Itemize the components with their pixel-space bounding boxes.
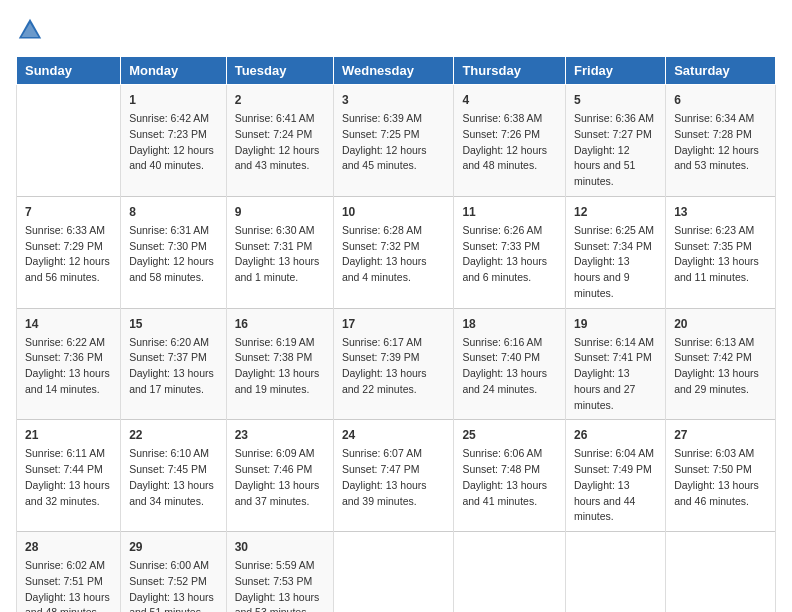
day-info: Sunrise: 6:09 AMSunset: 7:46 PMDaylight:… — [235, 446, 325, 509]
day-info: Sunrise: 6:20 AMSunset: 7:37 PMDaylight:… — [129, 335, 218, 398]
calendar-cell — [454, 532, 566, 613]
calendar-cell: 17Sunrise: 6:17 AMSunset: 7:39 PMDayligh… — [333, 308, 453, 420]
calendar-cell — [566, 532, 666, 613]
week-row-2: 7Sunrise: 6:33 AMSunset: 7:29 PMDaylight… — [17, 196, 776, 308]
day-info: Sunrise: 6:26 AMSunset: 7:33 PMDaylight:… — [462, 223, 557, 286]
calendar-cell — [17, 85, 121, 197]
day-header-tuesday: Tuesday — [226, 57, 333, 85]
day-number: 12 — [574, 203, 657, 221]
calendar-cell: 30Sunrise: 5:59 AMSunset: 7:53 PMDayligh… — [226, 532, 333, 613]
calendar-cell: 18Sunrise: 6:16 AMSunset: 7:40 PMDayligh… — [454, 308, 566, 420]
week-row-3: 14Sunrise: 6:22 AMSunset: 7:36 PMDayligh… — [17, 308, 776, 420]
calendar-cell: 5Sunrise: 6:36 AMSunset: 7:27 PMDaylight… — [566, 85, 666, 197]
day-number: 9 — [235, 203, 325, 221]
day-number: 13 — [674, 203, 767, 221]
calendar-cell: 15Sunrise: 6:20 AMSunset: 7:37 PMDayligh… — [121, 308, 227, 420]
day-info: Sunrise: 6:14 AMSunset: 7:41 PMDaylight:… — [574, 335, 657, 414]
day-number: 23 — [235, 426, 325, 444]
day-number: 28 — [25, 538, 112, 556]
day-info: Sunrise: 5:59 AMSunset: 7:53 PMDaylight:… — [235, 558, 325, 612]
day-number: 24 — [342, 426, 445, 444]
day-info: Sunrise: 6:10 AMSunset: 7:45 PMDaylight:… — [129, 446, 218, 509]
day-number: 30 — [235, 538, 325, 556]
calendar-cell: 27Sunrise: 6:03 AMSunset: 7:50 PMDayligh… — [666, 420, 776, 532]
week-row-5: 28Sunrise: 6:02 AMSunset: 7:51 PMDayligh… — [17, 532, 776, 613]
day-number: 11 — [462, 203, 557, 221]
day-number: 27 — [674, 426, 767, 444]
calendar-cell: 2Sunrise: 6:41 AMSunset: 7:24 PMDaylight… — [226, 85, 333, 197]
day-number: 7 — [25, 203, 112, 221]
day-number: 1 — [129, 91, 218, 109]
calendar-cell: 21Sunrise: 6:11 AMSunset: 7:44 PMDayligh… — [17, 420, 121, 532]
day-number: 10 — [342, 203, 445, 221]
day-header-wednesday: Wednesday — [333, 57, 453, 85]
logo — [16, 16, 48, 44]
day-number: 25 — [462, 426, 557, 444]
logo-icon — [16, 16, 44, 44]
day-header-sunday: Sunday — [17, 57, 121, 85]
day-number: 21 — [25, 426, 112, 444]
day-number: 16 — [235, 315, 325, 333]
calendar-cell: 3Sunrise: 6:39 AMSunset: 7:25 PMDaylight… — [333, 85, 453, 197]
calendar-cell: 12Sunrise: 6:25 AMSunset: 7:34 PMDayligh… — [566, 196, 666, 308]
day-info: Sunrise: 6:34 AMSunset: 7:28 PMDaylight:… — [674, 111, 767, 174]
day-info: Sunrise: 6:25 AMSunset: 7:34 PMDaylight:… — [574, 223, 657, 302]
calendar-cell: 23Sunrise: 6:09 AMSunset: 7:46 PMDayligh… — [226, 420, 333, 532]
day-info: Sunrise: 6:28 AMSunset: 7:32 PMDaylight:… — [342, 223, 445, 286]
calendar-cell — [666, 532, 776, 613]
calendar-body: 1Sunrise: 6:42 AMSunset: 7:23 PMDaylight… — [17, 85, 776, 613]
calendar-cell: 28Sunrise: 6:02 AMSunset: 7:51 PMDayligh… — [17, 532, 121, 613]
day-number: 6 — [674, 91, 767, 109]
day-info: Sunrise: 6:31 AMSunset: 7:30 PMDaylight:… — [129, 223, 218, 286]
day-info: Sunrise: 6:36 AMSunset: 7:27 PMDaylight:… — [574, 111, 657, 190]
day-number: 26 — [574, 426, 657, 444]
calendar-cell: 9Sunrise: 6:30 AMSunset: 7:31 PMDaylight… — [226, 196, 333, 308]
calendar-cell: 14Sunrise: 6:22 AMSunset: 7:36 PMDayligh… — [17, 308, 121, 420]
calendar-cell: 7Sunrise: 6:33 AMSunset: 7:29 PMDaylight… — [17, 196, 121, 308]
calendar-cell: 25Sunrise: 6:06 AMSunset: 7:48 PMDayligh… — [454, 420, 566, 532]
day-number: 19 — [574, 315, 657, 333]
day-info: Sunrise: 6:30 AMSunset: 7:31 PMDaylight:… — [235, 223, 325, 286]
day-number: 15 — [129, 315, 218, 333]
day-info: Sunrise: 6:02 AMSunset: 7:51 PMDaylight:… — [25, 558, 112, 612]
week-row-1: 1Sunrise: 6:42 AMSunset: 7:23 PMDaylight… — [17, 85, 776, 197]
day-number: 3 — [342, 91, 445, 109]
day-header-friday: Friday — [566, 57, 666, 85]
day-info: Sunrise: 6:04 AMSunset: 7:49 PMDaylight:… — [574, 446, 657, 525]
day-info: Sunrise: 6:03 AMSunset: 7:50 PMDaylight:… — [674, 446, 767, 509]
calendar-cell: 19Sunrise: 6:14 AMSunset: 7:41 PMDayligh… — [566, 308, 666, 420]
day-info: Sunrise: 6:07 AMSunset: 7:47 PMDaylight:… — [342, 446, 445, 509]
day-info: Sunrise: 6:19 AMSunset: 7:38 PMDaylight:… — [235, 335, 325, 398]
day-number: 17 — [342, 315, 445, 333]
calendar-cell: 16Sunrise: 6:19 AMSunset: 7:38 PMDayligh… — [226, 308, 333, 420]
calendar-cell — [333, 532, 453, 613]
calendar-header: SundayMondayTuesdayWednesdayThursdayFrid… — [17, 57, 776, 85]
calendar-cell: 24Sunrise: 6:07 AMSunset: 7:47 PMDayligh… — [333, 420, 453, 532]
calendar-cell: 10Sunrise: 6:28 AMSunset: 7:32 PMDayligh… — [333, 196, 453, 308]
day-info: Sunrise: 6:23 AMSunset: 7:35 PMDaylight:… — [674, 223, 767, 286]
day-number: 14 — [25, 315, 112, 333]
day-info: Sunrise: 6:13 AMSunset: 7:42 PMDaylight:… — [674, 335, 767, 398]
calendar-cell: 29Sunrise: 6:00 AMSunset: 7:52 PMDayligh… — [121, 532, 227, 613]
day-info: Sunrise: 6:00 AMSunset: 7:52 PMDaylight:… — [129, 558, 218, 612]
day-info: Sunrise: 6:17 AMSunset: 7:39 PMDaylight:… — [342, 335, 445, 398]
day-info: Sunrise: 6:11 AMSunset: 7:44 PMDaylight:… — [25, 446, 112, 509]
calendar-table: SundayMondayTuesdayWednesdayThursdayFrid… — [16, 56, 776, 612]
day-number: 22 — [129, 426, 218, 444]
day-number: 4 — [462, 91, 557, 109]
page-header — [16, 16, 776, 44]
day-number: 2 — [235, 91, 325, 109]
calendar-cell: 22Sunrise: 6:10 AMSunset: 7:45 PMDayligh… — [121, 420, 227, 532]
day-info: Sunrise: 6:22 AMSunset: 7:36 PMDaylight:… — [25, 335, 112, 398]
calendar-cell: 1Sunrise: 6:42 AMSunset: 7:23 PMDaylight… — [121, 85, 227, 197]
day-number: 5 — [574, 91, 657, 109]
day-info: Sunrise: 6:33 AMSunset: 7:29 PMDaylight:… — [25, 223, 112, 286]
header-row: SundayMondayTuesdayWednesdayThursdayFrid… — [17, 57, 776, 85]
day-info: Sunrise: 6:16 AMSunset: 7:40 PMDaylight:… — [462, 335, 557, 398]
day-header-thursday: Thursday — [454, 57, 566, 85]
day-info: Sunrise: 6:06 AMSunset: 7:48 PMDaylight:… — [462, 446, 557, 509]
day-info: Sunrise: 6:41 AMSunset: 7:24 PMDaylight:… — [235, 111, 325, 174]
calendar-cell: 6Sunrise: 6:34 AMSunset: 7:28 PMDaylight… — [666, 85, 776, 197]
calendar-cell: 8Sunrise: 6:31 AMSunset: 7:30 PMDaylight… — [121, 196, 227, 308]
day-info: Sunrise: 6:38 AMSunset: 7:26 PMDaylight:… — [462, 111, 557, 174]
